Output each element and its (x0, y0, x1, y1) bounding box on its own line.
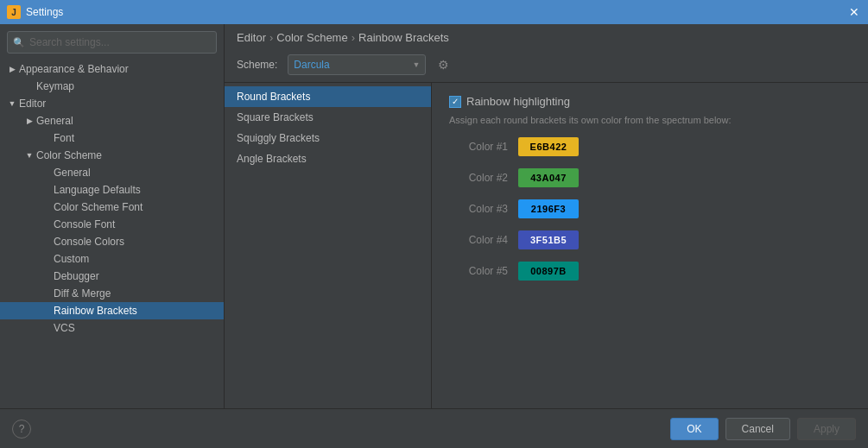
bracket-item-round[interactable]: Round Brackets (225, 86, 431, 107)
sidebar-item-color-scheme[interactable]: ▼ Color Scheme (0, 147, 224, 164)
sidebar-item-vcs[interactable]: VCS (0, 319, 224, 337)
right-panel: Editor › Color Scheme › Rainbow Brackets… (225, 24, 868, 408)
sidebar-item-label: Console Font (54, 218, 224, 230)
scheme-label: Scheme: (237, 59, 277, 71)
footer: ? OK Cancel Apply (0, 408, 868, 448)
search-icon: 🔍 (13, 37, 25, 48)
sidebar-item-font[interactable]: Font (0, 129, 224, 147)
breadcrumb-sep-2: › (352, 31, 355, 44)
sidebar-item-label: General (54, 167, 224, 179)
color-label-1: Color #1 (449, 141, 518, 153)
breadcrumb: Editor › Color Scheme › Rainbow Brackets (225, 24, 868, 51)
color-swatch-5[interactable]: 00897B (518, 262, 579, 281)
rainbow-highlighting-label: Rainbow highlighting (466, 95, 570, 108)
rainbow-header: Rainbow highlighting (449, 95, 851, 108)
title-bar: J Settings ✕ (0, 0, 868, 24)
sidebar: 🔍 Search settings... ▶ Appearance & Beha… (0, 24, 225, 408)
color-row-2: Color #2 43A047 (449, 168, 851, 187)
breadcrumb-part-1: Editor (237, 31, 266, 44)
color-row-1: Color #1 E6B422 (449, 137, 851, 156)
color-row-3: Color #3 2196F3 (449, 199, 851, 218)
sidebar-item-rainbow-brackets[interactable]: Rainbow Brackets (0, 302, 224, 319)
arrow-icon: ▶ (24, 117, 35, 125)
sidebar-item-label: Rainbow Brackets (54, 305, 224, 317)
rainbow-highlighting-checkbox[interactable] (449, 96, 461, 108)
scheme-row: Scheme: Darcula ▼ ⚙ (225, 51, 868, 82)
sidebar-item-label: Editor (19, 98, 224, 110)
footer-right: OK Cancel Apply (670, 418, 856, 440)
bracket-list: Round Brackets Square Brackets Squiggly … (225, 83, 432, 408)
sidebar-item-label: Custom (54, 253, 224, 265)
sidebar-item-cs-general[interactable]: General (0, 164, 224, 181)
sidebar-item-color-scheme-font[interactable]: Color Scheme Font (0, 199, 224, 216)
search-box[interactable]: 🔍 Search settings... (7, 31, 217, 54)
color-swatch-1[interactable]: E6B422 (518, 137, 579, 156)
apply-button[interactable]: Apply (797, 418, 856, 440)
app-icon: J (7, 5, 21, 19)
sidebar-item-language-defaults[interactable]: Language Defaults (0, 181, 224, 199)
sidebar-item-label: General (36, 115, 224, 127)
dialog-body: 🔍 Search settings... ▶ Appearance & Beha… (0, 24, 868, 448)
sidebar-item-label: Debugger (54, 270, 224, 282)
arrow-icon: ▼ (7, 99, 17, 108)
arrow-icon: ▶ (7, 65, 17, 73)
cancel-button[interactable]: Cancel (725, 418, 790, 440)
sidebar-item-label: Keymap (36, 80, 224, 92)
scheme-settings-button[interactable]: ⚙ (433, 54, 453, 75)
color-swatch-3[interactable]: 2196F3 (518, 199, 579, 218)
panel-split: Round Brackets Square Brackets Squiggly … (225, 82, 868, 408)
sidebar-item-keymap[interactable]: Keymap (0, 78, 224, 95)
sidebar-item-debugger[interactable]: Debugger (0, 268, 224, 285)
bracket-item-angle[interactable]: Angle Brackets (225, 148, 431, 169)
ok-button[interactable]: OK (670, 418, 718, 440)
sidebar-item-label: Font (54, 132, 224, 144)
sidebar-item-custom[interactable]: Custom (0, 250, 224, 268)
close-button[interactable]: ✕ (847, 5, 861, 19)
bracket-item-squiggly[interactable]: Squiggly Brackets (225, 128, 431, 148)
sidebar-item-label: Appearance & Behavior (19, 63, 224, 75)
color-label-4: Color #4 (449, 234, 518, 246)
sidebar-item-label: Color Scheme (36, 149, 224, 161)
sidebar-item-console-colors[interactable]: Console Colors (0, 233, 224, 250)
color-swatch-2[interactable]: 43A047 (518, 168, 579, 187)
footer-left: ? (12, 420, 31, 439)
color-label-5: Color #5 (449, 265, 518, 277)
window-title: Settings (26, 6, 847, 18)
bracket-item-square[interactable]: Square Brackets (225, 107, 431, 128)
sidebar-item-appearance-behavior[interactable]: ▶ Appearance & Behavior (0, 60, 224, 78)
help-button[interactable]: ? (12, 420, 31, 439)
sidebar-item-label: Diff & Merge (54, 287, 224, 300)
scheme-value: Darcula (294, 59, 407, 71)
sidebar-item-label: VCS (54, 322, 224, 334)
color-label-2: Color #2 (449, 172, 518, 184)
chevron-down-icon: ▼ (412, 60, 420, 69)
sidebar-item-console-font[interactable]: Console Font (0, 216, 224, 233)
breadcrumb-part-2: Color Scheme (276, 31, 347, 44)
color-row-4: Color #4 3F51B5 (449, 230, 851, 249)
scheme-dropdown[interactable]: Darcula ▼ (288, 54, 426, 75)
sidebar-item-label: Console Colors (54, 236, 224, 248)
rainbow-description: Assign each round brackets its own color… (449, 115, 851, 125)
color-row-5: Color #5 00897B (449, 262, 851, 281)
content-area: 🔍 Search settings... ▶ Appearance & Beha… (0, 24, 868, 408)
rainbow-settings-panel: Rainbow highlighting Assign each round b… (432, 83, 868, 408)
breadcrumb-part-3: Rainbow Brackets (358, 31, 449, 44)
arrow-icon: ▼ (24, 151, 35, 160)
search-placeholder: Search settings... (29, 36, 110, 48)
breadcrumb-sep-1: › (269, 31, 273, 44)
sidebar-item-diff-merge[interactable]: Diff & Merge (0, 285, 224, 302)
sidebar-item-label: Color Scheme Font (54, 201, 224, 213)
color-swatch-4[interactable]: 3F51B5 (518, 230, 579, 249)
sidebar-item-general[interactable]: ▶ General (0, 112, 224, 129)
sidebar-item-editor[interactable]: ▼ Editor (0, 95, 224, 112)
sidebar-item-label: Language Defaults (54, 184, 224, 196)
color-label-3: Color #3 (449, 203, 518, 215)
